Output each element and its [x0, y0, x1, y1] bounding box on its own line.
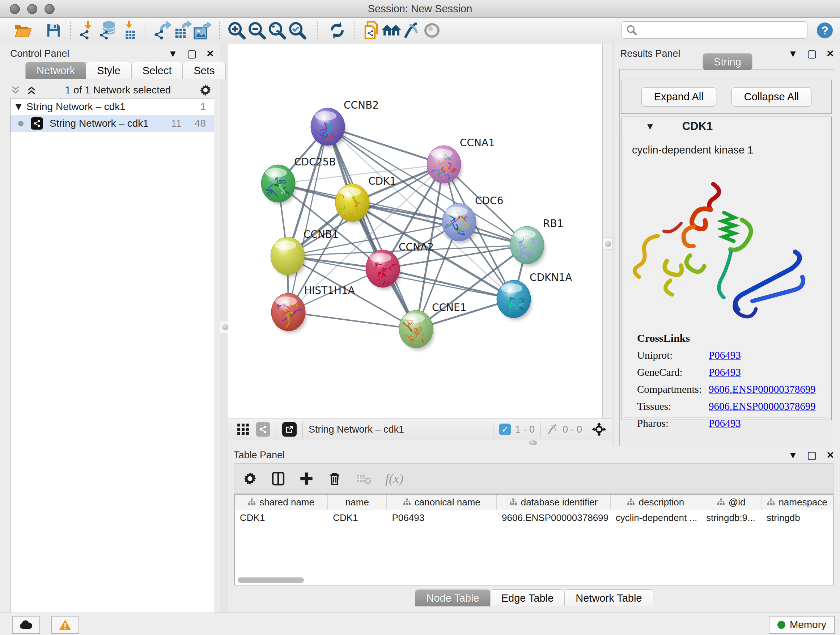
edge-CCNA2-CDKN1A[interactable]	[383, 269, 514, 299]
node-CDKN1A[interactable]: CDKN1A	[497, 272, 572, 320]
node-HIST1H1A[interactable]: HIST1H1A	[271, 285, 355, 333]
column-header--id[interactable]: @id	[701, 494, 761, 510]
edge-CCNB2-CCNE1[interactable]	[328, 127, 416, 329]
fit-content-crosshair-icon[interactable]	[592, 422, 607, 437]
node-CDK1[interactable]: CDK1	[334, 175, 396, 225]
column-header-description[interactable]: description	[611, 494, 701, 510]
collapse-all-chevron-icon[interactable]	[10, 85, 21, 96]
table-cell[interactable]: P06493	[387, 510, 497, 525]
table-cell[interactable]: stringdb	[761, 510, 833, 525]
zoom-in-icon	[227, 21, 246, 40]
export-image-button[interactable]	[193, 20, 213, 41]
import-network-database-button[interactable]	[98, 20, 118, 41]
zoom-selected-button[interactable]	[287, 20, 308, 41]
table-panel-menu-icon[interactable]: ▼	[788, 450, 798, 461]
collapse-all-button[interactable]: Collapse All	[731, 87, 812, 106]
search-field[interactable]	[622, 21, 807, 39]
tab-style[interactable]: Style	[86, 62, 131, 79]
node-CCNA1[interactable]: CCNA1	[425, 137, 495, 185]
protein-expander-icon[interactable]: ▼	[645, 121, 655, 132]
copy-network-button[interactable]	[361, 20, 381, 41]
table-cell[interactable]: CDK1	[235, 510, 328, 525]
open-external-icon[interactable]	[282, 422, 297, 437]
control-panel-menu-icon[interactable]: ▼	[168, 48, 178, 59]
cloud-button[interactable]	[12, 616, 40, 634]
crosslink-link[interactable]: P06493	[709, 417, 741, 429]
zoom-in-button[interactable]	[226, 20, 247, 41]
table-settings-gear-icon[interactable]	[243, 471, 257, 486]
memory-label: Memory	[790, 619, 826, 631]
node-RB1[interactable]: RB1	[510, 218, 563, 266]
results-panel-close-icon[interactable]: ✕	[826, 48, 834, 59]
network-view-toolbar: String Network – cdk1 ✓ 1 - 0 0 - 0	[228, 418, 612, 440]
crosslink-link[interactable]: 9606.ENSP00000378699	[709, 383, 816, 395]
column-header-canonical-name[interactable]: canonical name	[387, 494, 497, 510]
show-all-button[interactable]	[422, 20, 442, 41]
birdseye-grid-icon[interactable]	[236, 423, 250, 436]
results-tab-string[interactable]: String	[703, 53, 752, 70]
selected-checkbox[interactable]: ✓	[499, 424, 511, 435]
crosslink-link[interactable]: P06493	[709, 366, 741, 378]
import-network-file-button[interactable]	[77, 20, 98, 41]
horizontal-splitter-handle[interactable]	[529, 440, 537, 445]
show-columns-icon[interactable]	[271, 471, 286, 486]
delete-column-trash-icon[interactable]	[327, 471, 342, 486]
column-header-label: shared name	[259, 497, 314, 508]
right-splitter-handle[interactable]	[603, 238, 613, 250]
add-column-plus-icon[interactable]	[299, 471, 314, 486]
results-panel-menu-icon[interactable]: ▼	[788, 48, 798, 59]
table-cell[interactable]: 9606.ENSP00000378699	[497, 510, 611, 525]
function-builder-icon: f(x)	[385, 471, 403, 486]
import-table-button[interactable]	[118, 20, 138, 41]
tab-network[interactable]: Network	[25, 62, 86, 79]
export-table-button[interactable]	[172, 20, 193, 41]
control-panel-close-icon[interactable]: ✕	[206, 48, 214, 59]
column-header-shared-name[interactable]: shared name	[235, 494, 328, 510]
column-header-namespace[interactable]: namespace	[761, 494, 833, 510]
results-panel-float-icon[interactable]: ▢	[807, 48, 817, 60]
node-CCNE1[interactable]: CCNE1	[399, 302, 467, 350]
help-button[interactable]: ?	[815, 20, 835, 41]
control-panel-float-icon[interactable]: ▢	[187, 48, 197, 60]
column-header-database-identifier[interactable]: database identifier	[497, 494, 611, 510]
network-collection-row[interactable]: ▼ String Network – cdk1 1	[11, 98, 214, 115]
network-row[interactable]: String Network – cdk1 11 48	[11, 115, 214, 132]
edge-HIST1H1A-CCNE1[interactable]	[288, 312, 416, 329]
save-session-button[interactable]	[43, 20, 64, 41]
svg-text:?: ?	[821, 24, 829, 37]
tab-network-table[interactable]: Network Table	[564, 589, 653, 606]
table-row[interactable]: CDK1CDK1P064939606.ENSP00000378699cyclin…	[235, 510, 833, 525]
tab-sets[interactable]: Sets	[182, 62, 226, 79]
crosslink-link[interactable]: 9606.ENSP00000378699	[709, 401, 816, 412]
collection-expander-icon[interactable]: ▼	[11, 101, 27, 112]
gear-icon[interactable]	[199, 84, 212, 97]
export-network-button[interactable]	[152, 20, 172, 41]
table-cell[interactable]: stringdb:9...	[701, 510, 761, 525]
protein-card-header[interactable]: ▼ CDK1	[622, 117, 831, 136]
horizontal-scrollbar[interactable]	[238, 578, 304, 583]
search-input[interactable]	[637, 24, 807, 36]
network-viewport[interactable]: CCNB2CCNA1CDC25BCDK1CDC6RB1CCNB1CCNA2CDK…	[228, 43, 603, 419]
table-panel-float-icon[interactable]: ▢	[807, 449, 817, 461]
expand-all-chevron-icon[interactable]	[26, 85, 37, 96]
open-session-button[interactable]	[13, 20, 33, 41]
network-type-icon[interactable]	[256, 422, 270, 437]
warnings-button[interactable]	[51, 616, 79, 634]
zoom-fit-button[interactable]	[267, 20, 287, 41]
table-cell[interactable]: CDK1	[328, 510, 387, 525]
node-CDC25B[interactable]: CDC25B	[261, 156, 336, 204]
hide-selected-button[interactable]	[401, 20, 422, 41]
table-panel-close-icon[interactable]: ✕	[826, 450, 834, 461]
tab-node-table[interactable]: Node Table	[415, 589, 490, 606]
memory-button[interactable]: Memory	[769, 616, 835, 634]
refresh-button[interactable]	[327, 20, 347, 41]
houses-button[interactable]	[381, 20, 401, 41]
zoom-out-button[interactable]	[247, 20, 267, 41]
column-header-name[interactable]: name	[328, 494, 387, 510]
expand-all-button[interactable]: Expand All	[641, 87, 716, 106]
node-CDC6[interactable]: CDC6	[442, 195, 503, 243]
crosslink-link[interactable]: P06493	[709, 349, 741, 361]
tab-edge-table[interactable]: Edge Table	[490, 589, 565, 606]
table-cell[interactable]: cyclin-dependent ...	[611, 510, 701, 525]
tab-select[interactable]: Select	[131, 62, 183, 79]
